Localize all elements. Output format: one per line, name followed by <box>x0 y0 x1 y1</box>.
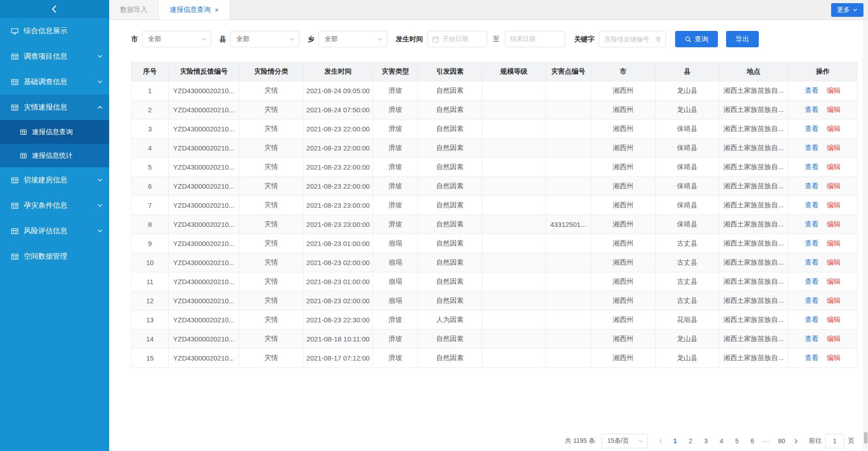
sidebar-subitem-report-query[interactable]: 速报信息查询 <box>0 120 109 144</box>
cell-cause: 人为因素 <box>418 311 482 330</box>
tab-data-import[interactable]: 数据导入 <box>109 0 159 20</box>
sidebar-item-comprehensive-info[interactable]: 综合信息展示 <box>0 18 109 44</box>
edit-link[interactable]: 编辑 <box>827 86 841 94</box>
edit-link[interactable]: 编辑 <box>827 239 841 247</box>
town-select[interactable]: 全部 <box>318 31 388 47</box>
tab-label: 数据导入 <box>120 5 147 14</box>
edit-link[interactable]: 编辑 <box>827 144 841 151</box>
tab-close-icon[interactable]: × <box>215 6 219 13</box>
page-button[interactable]: 3 <box>699 434 713 448</box>
view-link[interactable]: 查看 <box>805 316 819 323</box>
view-link[interactable]: 查看 <box>805 182 819 190</box>
next-page-button[interactable] <box>789 438 802 444</box>
header-county: 县 <box>656 62 719 81</box>
edit-link[interactable]: 编辑 <box>827 220 841 228</box>
cell-actions: 查看编辑 <box>788 311 858 330</box>
view-link[interactable]: 查看 <box>805 125 819 132</box>
county-select[interactable]: 全部 <box>230 31 299 47</box>
chevron-down-icon <box>853 8 858 12</box>
cell-city: 湘西州 <box>591 158 656 177</box>
view-link[interactable]: 查看 <box>805 277 819 285</box>
sidebar-item-disaster-report[interactable]: 灾情速报信息 <box>0 95 109 120</box>
cell-actions: 查看编辑 <box>788 272 858 291</box>
cell-point_code <box>546 158 591 177</box>
cell-location: 湘西土家族苗族自... <box>719 120 788 139</box>
cell-county: 古丈县 <box>656 253 719 272</box>
sidebar-collapse-button[interactable] <box>0 0 109 18</box>
cell-county: 龙山县 <box>656 81 719 100</box>
cell-point_code <box>546 291 591 311</box>
cell-actions: 查看编辑 <box>788 291 858 311</box>
tab-bar: 数据导入 速报信息查询 × 更多 <box>109 0 868 20</box>
page-size-select[interactable]: 15条/页 <box>601 434 648 448</box>
edit-link[interactable]: 编辑 <box>827 316 841 323</box>
cell-type: 滑坡 <box>373 81 418 100</box>
view-link[interactable]: 查看 <box>805 335 819 342</box>
view-link[interactable]: 查看 <box>805 105 819 113</box>
edit-link[interactable]: 编辑 <box>827 335 841 342</box>
edit-link[interactable]: 编辑 <box>827 354 841 361</box>
goto-page-input[interactable] <box>825 434 844 448</box>
edit-link[interactable]: 编辑 <box>827 182 841 190</box>
more-button[interactable]: 更多 <box>831 3 863 17</box>
last-page-button[interactable]: 80 <box>775 434 788 448</box>
keyword-input[interactable] <box>599 31 666 47</box>
sidebar-submenu-disaster-report: 速报信息查询 速报信息统计 <box>0 120 109 167</box>
cell-cause: 自然因素 <box>418 139 482 158</box>
start-date-input[interactable]: 开始日期 <box>427 31 487 47</box>
table-row: 3YZD43000020210...灾情2021-08-23 22:00:00滑… <box>131 120 858 139</box>
view-link[interactable]: 查看 <box>805 144 819 151</box>
view-link[interactable]: 查看 <box>805 296 819 304</box>
page-button[interactable]: 4 <box>715 434 728 448</box>
header-cause: 引发因素 <box>418 62 482 81</box>
dashboard-icon <box>11 27 19 35</box>
city-select[interactable]: 全部 <box>142 31 211 47</box>
cell-scale <box>482 234 546 253</box>
sidebar-item-slope-housing[interactable]: 切坡建房信息 <box>0 167 109 193</box>
edit-link[interactable]: 编辑 <box>827 163 841 170</box>
cell-seq: 8 <box>131 215 169 234</box>
sidebar-item-basic-survey[interactable]: 基础调查信息 <box>0 69 109 95</box>
cell-point_code <box>546 349 591 368</box>
tab-report-query[interactable]: 速报信息查询 × <box>159 0 230 20</box>
edit-link[interactable]: 编辑 <box>827 125 841 132</box>
view-link[interactable]: 查看 <box>805 163 819 170</box>
cell-time: 2021-08-23 22:00:00 <box>303 120 373 139</box>
scrollbar-thumb[interactable] <box>864 432 868 444</box>
export-button[interactable]: 导出 <box>726 31 759 47</box>
sidebar-item-risk-assessment[interactable]: 风险评估信息 <box>0 218 109 244</box>
end-date-input[interactable]: 结束日期 <box>505 31 565 47</box>
header-code: 灾险情反馈编号 <box>169 62 239 81</box>
cell-county: 龙山县 <box>656 100 719 120</box>
view-link[interactable]: 查看 <box>805 220 819 228</box>
edit-link[interactable]: 编辑 <box>827 201 841 209</box>
sidebar-item-spatial-data[interactable]: 空间数据管理 <box>0 244 109 269</box>
sidebar-subitem-report-stats[interactable]: 速报信息统计 <box>0 144 109 167</box>
view-link[interactable]: 查看 <box>805 239 819 247</box>
edit-link[interactable]: 编辑 <box>827 258 841 266</box>
search-button[interactable]: 查询 <box>675 31 718 47</box>
tab-label: 速报信息查询 <box>170 5 211 14</box>
cell-cause: 自然因素 <box>418 253 482 272</box>
view-link[interactable]: 查看 <box>805 86 819 94</box>
sidebar-item-survey-project[interactable]: 调查项目信息 <box>0 44 109 69</box>
more-button-label: 更多 <box>837 6 850 14</box>
view-link[interactable]: 查看 <box>805 354 819 361</box>
view-link[interactable]: 查看 <box>805 201 819 209</box>
prev-page-button[interactable] <box>654 438 667 444</box>
table-body: 1YZD43000020210...灾情2021-08-24 09:05:00滑… <box>131 81 858 368</box>
page-button[interactable]: 6 <box>746 434 759 448</box>
page-button[interactable]: 2 <box>684 434 697 448</box>
edit-link[interactable]: 编辑 <box>827 277 841 285</box>
page-button[interactable]: 1 <box>668 434 682 448</box>
cell-county: 古丈县 <box>656 272 719 291</box>
edit-link[interactable]: 编辑 <box>827 105 841 113</box>
page-button[interactable]: 5 <box>730 434 744 448</box>
cell-scale <box>482 177 546 196</box>
cell-scale <box>482 253 546 272</box>
edit-link[interactable]: 编辑 <box>827 296 841 304</box>
scrollbar[interactable] <box>863 20 868 451</box>
view-link[interactable]: 查看 <box>805 258 819 266</box>
table-icon <box>20 152 27 159</box>
sidebar-item-hazard-conditions[interactable]: 孕灾条件信息 <box>0 193 109 218</box>
